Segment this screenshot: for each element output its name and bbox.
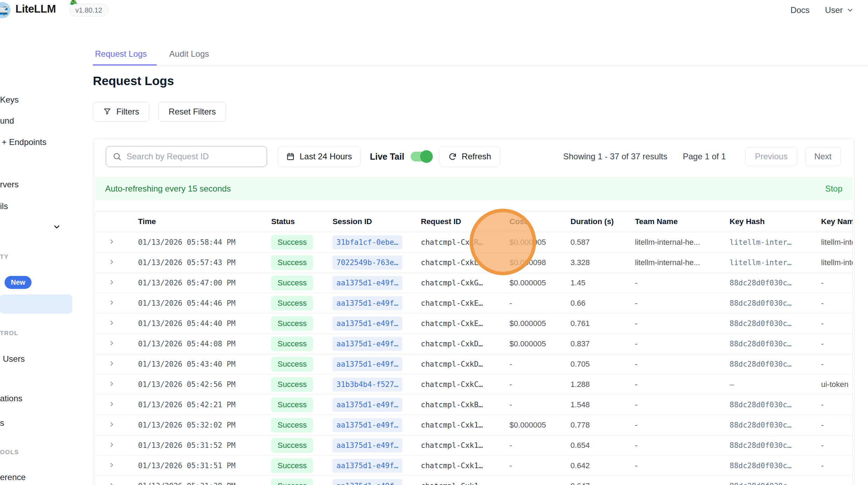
expand-row-chevron-icon[interactable]: [108, 360, 115, 367]
cell-time: 01/13/2026 05:31:52 PM: [138, 441, 271, 450]
reset-filters-button[interactable]: Reset Filters: [158, 102, 226, 122]
sidebar-item-fragment[interactable]: ations: [0, 394, 22, 403]
cell-session-id: 31bfa1cf-0ebe…: [333, 235, 421, 249]
expand-row-chevron-icon[interactable]: [108, 238, 115, 245]
stop-auto-refresh-link[interactable]: Stop: [825, 184, 842, 194]
cell-key-name: -: [821, 360, 853, 369]
session-id-link[interactable]: aa1375d1-e49f…: [333, 276, 402, 290]
status-badge: Success: [271, 377, 313, 392]
sidebar-item-fragment[interactable]: Users: [3, 354, 25, 364]
expand-row-chevron-icon[interactable]: [108, 299, 115, 306]
session-id-link[interactable]: aa1375d1-e49f…: [333, 479, 402, 485]
cell-cost: $0.000005: [510, 339, 570, 348]
expand-row-chevron-icon[interactable]: [108, 380, 115, 387]
brand-name: LiteLLM: [15, 3, 56, 15]
auto-refresh-banner: Auto-refreshing every 15 seconds Stop: [95, 177, 853, 200]
session-id-link[interactable]: 31b3b4b4-f527…: [333, 377, 402, 392]
expand-row-chevron-icon[interactable]: [108, 401, 115, 408]
docs-link[interactable]: Docs: [791, 5, 810, 15]
cell-status: Success: [271, 276, 333, 290]
sidebar-item-fragment[interactable]: erence: [0, 472, 26, 482]
cell-status: Success: [271, 235, 333, 250]
cell-session-id: aa1375d1-e49f…: [333, 276, 421, 290]
cell-cost: $0.000005: [510, 319, 570, 328]
session-id-link[interactable]: aa1375d1-e49f…: [333, 418, 402, 432]
click-indicator-circle: [470, 209, 536, 275]
user-menu[interactable]: User: [825, 5, 854, 15]
sidebar-item-fragment[interactable]: + Endpoints: [2, 137, 46, 147]
refresh-button[interactable]: Refresh: [439, 146, 500, 167]
tab-request-logs[interactable]: Request Logs: [93, 49, 157, 65]
expand-row-chevron-icon[interactable]: [108, 319, 115, 326]
cell-duration: 1.45: [570, 278, 635, 287]
expand-row-chevron-icon[interactable]: [108, 340, 115, 347]
cell-cost: -: [510, 380, 570, 389]
page-title: Request Logs: [93, 74, 868, 88]
litellm-logo-icon: 🚅: [0, 2, 11, 18]
expand-row-chevron-icon[interactable]: [108, 482, 115, 485]
cell-team-name: -: [635, 481, 730, 485]
logs-toolbar: Last 24 Hours Live Tail Refresh Showing …: [93, 146, 854, 167]
session-id-link[interactable]: aa1375d1-e49f…: [333, 357, 402, 371]
sidebar-chevron-down-icon[interactable]: [53, 223, 61, 231]
cell-team-name: -: [635, 461, 730, 470]
cell-session-id: 7022549b-763e…: [333, 256, 421, 270]
tab-audit-logs[interactable]: Audit Logs: [167, 49, 214, 65]
table-body: 01/13/2026 05:58:44 PMSuccess31bfa1cf-0e…: [95, 232, 853, 485]
session-id-link[interactable]: 7022549b-763e…: [333, 256, 402, 270]
cell-request-id: chatcmpl-CxkB…: [421, 401, 510, 409]
cell-session-id: aa1375d1-e49f…: [333, 479, 421, 485]
cell-duration: 0.778: [570, 421, 635, 430]
cell-session-id: aa1375d1-e49f…: [333, 357, 421, 371]
cell-request-id: chatcmpl-CxkE…: [421, 319, 510, 328]
session-id-link[interactable]: aa1375d1-e49f…: [333, 459, 402, 473]
table-row: 01/13/2026 05:43:40 PMSuccessaa1375d1-e4…: [95, 354, 853, 374]
search-input[interactable]: [127, 152, 260, 161]
session-id-link[interactable]: aa1375d1-e49f…: [333, 438, 402, 452]
cell-duration: 0.642: [570, 461, 635, 470]
cell-key-hash: 88dc28d0f030c…: [730, 401, 821, 409]
filters-button[interactable]: Filters: [93, 102, 149, 122]
status-badge: Success: [271, 276, 313, 290]
session-id-link[interactable]: aa1375d1-e49f…: [333, 317, 402, 331]
table-row: 01/13/2026 05:44:40 PMSuccessaa1375d1-e4…: [95, 313, 853, 334]
expand-row-chevron-icon[interactable]: [108, 258, 115, 265]
cell-key-name: -: [821, 481, 853, 485]
previous-page-button[interactable]: Previous: [745, 147, 797, 166]
cell-time: 01/13/2026 05:31:38 PM: [138, 482, 271, 485]
status-badge: Success: [271, 418, 313, 432]
session-id-link[interactable]: 31bfa1cf-0ebe…: [333, 235, 402, 249]
cell-time: 01/13/2026 05:31:51 PM: [138, 462, 271, 470]
next-page-button[interactable]: Next: [805, 147, 841, 166]
toggle-knob: [420, 150, 433, 163]
sidebar-item-fragment[interactable]: s: [0, 418, 4, 428]
session-id-link[interactable]: aa1375d1-e49f…: [333, 398, 402, 412]
cell-time: 01/13/2026 05:44:08 PM: [138, 340, 271, 348]
expand-row-chevron-icon[interactable]: [108, 441, 115, 448]
cell-session-id: 31b3b4b4-f527…: [333, 377, 421, 392]
session-id-link[interactable]: aa1375d1-e49f…: [333, 337, 402, 351]
live-tail-toggle[interactable]: [411, 152, 432, 161]
cell-request-id: chatcmpl-CxkG…: [421, 279, 510, 287]
cell-status: Success: [271, 377, 333, 392]
expand-row-chevron-icon[interactable]: [108, 421, 115, 428]
sidebar-nav: Keysund+ EndpointsrversilsTYTROLUsersati…: [0, 20, 90, 485]
time-range-button[interactable]: Last 24 Hours: [278, 146, 361, 167]
sidebar-item-fragment: OOLS: [0, 449, 19, 456]
search-box[interactable]: [106, 146, 267, 167]
sidebar-item-fragment[interactable]: rvers: [0, 180, 19, 189]
expand-row-chevron-icon[interactable]: [108, 462, 115, 469]
cell-duration: 0.705: [570, 360, 635, 369]
table-row: 01/13/2026 05:44:46 PMSuccessaa1375d1-e4…: [95, 293, 853, 313]
cell-key-hash: 88dc28d0f030c…: [730, 462, 821, 470]
sidebar-item-fragment[interactable]: und: [0, 116, 14, 126]
sidebar-item-fragment[interactable]: ils: [0, 201, 8, 211]
chevron-down-icon: [846, 6, 854, 14]
expand-row-chevron-icon[interactable]: [108, 279, 115, 286]
cell-status: Success: [271, 397, 333, 412]
sidebar-item-fragment[interactable]: Keys: [0, 95, 19, 105]
cell-time: 01/13/2026 05:58:44 PM: [138, 238, 271, 247]
cell-key-hash: litellm-inter…: [730, 258, 821, 267]
session-id-link[interactable]: aa1375d1-e49f…: [333, 296, 402, 310]
sidebar-item-logs-selected[interactable]: [0, 295, 72, 314]
